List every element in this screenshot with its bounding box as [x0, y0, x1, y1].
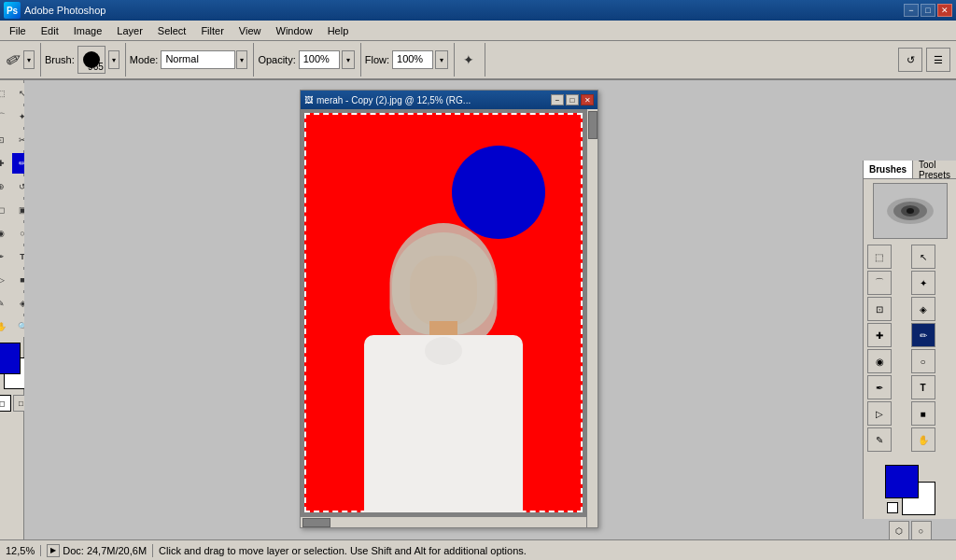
doc-titlebar: 🖼 merah - Copy (2).jpg @ 12,5% (RG... − … [301, 91, 598, 109]
menu-image[interactable]: Image [66, 23, 110, 38]
menu-view[interactable]: View [232, 23, 269, 38]
brush-size-section: Brush: 965 ▾ [45, 43, 126, 77]
maximize-button[interactable]: □ [921, 4, 935, 17]
brush-preview-visual [882, 192, 938, 230]
foreground-color[interactable] [0, 343, 21, 374]
right-fg-color[interactable] [885, 465, 919, 498]
panel-tool-pen2[interactable]: ✒ [867, 375, 892, 399]
photo-canvas[interactable] [304, 113, 583, 512]
doc-controls[interactable]: − □ ✕ [549, 94, 594, 105]
main-area: ⬚ ↖ ⌒ ✦ ⊡ ✂ ✚ ✏ ⊕ ↺ ◻ ▣ ◉ ○ ✒ T [0, 80, 956, 539]
menu-help[interactable]: Help [320, 23, 357, 38]
brush-size-value: 965 [88, 63, 104, 72]
tool-crop[interactable]: ⊡ [0, 130, 11, 150]
doc-close[interactable]: ✕ [581, 94, 594, 105]
doc-minimize[interactable]: − [551, 94, 564, 105]
brush-size-dropdown[interactable]: ▾ [108, 50, 120, 69]
right-reset-color[interactable] [887, 502, 898, 513]
right-circle-btn[interactable]: ○ [911, 521, 932, 541]
scroll-thumb-v[interactable] [588, 111, 598, 139]
mode-value[interactable]: Normal [161, 50, 235, 69]
menu-layer[interactable]: Layer [109, 23, 150, 38]
title-bar-controls[interactable]: − □ ✕ [904, 4, 952, 17]
flow-arrow[interactable]: ▾ [435, 50, 448, 69]
zoom-level: 12,5% [6, 545, 35, 556]
toolbar: ✏ ▾ Brush: 965 ▾ Mode: Normal ▾ Opacity:… [0, 41, 956, 80]
panel-tool-dodge2[interactable]: ○ [911, 349, 935, 373]
right-mode-icons: ⬡ ○ [889, 521, 932, 541]
zoom-section: 12,5% [6, 545, 41, 556]
panel-tool-marquee-rect[interactable]: ⬚· [867, 245, 892, 269]
panel-tool-grid: ⬚· ↖ ⌒ ✦ ⊡ ◈ ✚ ✏ ◉ ○ ✒ T ▷ ■ [864, 243, 956, 454]
flow-label: Flow: [365, 54, 389, 65]
panel-tool-eyedrop2[interactable]: ◈ [911, 297, 935, 321]
history-icon[interactable]: ↺ [898, 48, 922, 72]
tool-hand[interactable]: ✋ [0, 316, 11, 337]
panel-tool-shape2[interactable]: ■ [911, 401, 935, 426]
flow-value[interactable]: 100% [392, 50, 433, 69]
tool-eraser[interactable]: ◻ [0, 200, 11, 220]
menu-file[interactable]: File [2, 23, 34, 38]
collar [425, 337, 462, 365]
tab-brushes[interactable]: Brushes [864, 161, 913, 178]
toolbox: ⬚ ↖ ⌒ ✦ ⊡ ✂ ✚ ✏ ⊕ ↺ ◻ ▣ ◉ ○ ✒ T [0, 80, 24, 539]
title-bar: Ps Adobe Photoshop − □ ✕ [0, 0, 956, 21]
panel-tool-text2[interactable]: T [911, 375, 935, 399]
panel-tool-blur2[interactable]: ◉ [867, 349, 892, 373]
panel-tool-notes2[interactable]: ✎ [867, 427, 892, 452]
scrollbar-bottom[interactable] [301, 516, 586, 527]
brush-preview-svg [882, 192, 938, 230]
doc-title: merah - Copy (2).jpg @ 12,5% (RG... [316, 95, 549, 105]
message-section: Click and drag to move layer or selectio… [159, 545, 950, 556]
tool-pen[interactable]: ✒ [0, 246, 11, 267]
panel-tool-hand2[interactable]: ✋ [911, 427, 935, 452]
panel-tool-crop2[interactable]: ⊡ [867, 297, 892, 321]
menu-filter[interactable]: Filter [193, 23, 231, 38]
panel-tool-brush2[interactable]: ✏ [911, 323, 935, 347]
canvas-area: 🖼 merah - Copy (2).jpg @ 12,5% (RG... − … [24, 80, 956, 539]
right-color-boxes [885, 465, 935, 515]
close-button[interactable]: ✕ [937, 4, 952, 17]
scroll-thumb-h[interactable] [302, 518, 330, 527]
status-arrow[interactable]: ▶ [47, 544, 60, 557]
tool-heal[interactable]: ✚ [0, 153, 11, 174]
status-bar: 12,5% ▶ Doc: 24,7M/20,6M Click and drag … [0, 539, 956, 560]
tool-path[interactable]: ▷ [0, 270, 11, 290]
doc-info-section: ▶ Doc: 24,7M/20,6M [47, 544, 153, 557]
minimize-button[interactable]: − [904, 4, 919, 17]
person-layer [350, 214, 537, 512]
tool-lasso[interactable]: ⌒ [0, 106, 11, 127]
app-title: Adobe Photoshop [24, 5, 105, 16]
status-message: Click and drag to move layer or selectio… [159, 545, 527, 556]
quick-mask-btn[interactable]: ◻ [0, 395, 11, 412]
panel-tool-path2[interactable]: ▷ [867, 401, 892, 426]
right-circle-rect-btn[interactable]: ⬡ [889, 521, 909, 541]
mode-dropdown[interactable]: ▾ [236, 50, 247, 69]
panel-tool-heal2[interactable]: ✚ [867, 323, 892, 347]
panel-tool-lasso2[interactable]: ⌒ [867, 271, 892, 295]
panel-tool-move[interactable]: ↖ [911, 245, 935, 269]
opacity-value[interactable]: 100% [299, 50, 340, 69]
tool-blur[interactable]: ◉ [0, 223, 11, 244]
menu-select[interactable]: Select [150, 23, 194, 38]
opacity-arrow[interactable]: ▾ [342, 50, 355, 69]
scrollbar-right[interactable] [586, 109, 598, 527]
tab-tool-presets[interactable]: Tool Presets [913, 161, 956, 178]
tool-marquee[interactable]: ⬚ [0, 83, 11, 104]
panel-tab-row: Brushes Tool Presets Comps [864, 161, 956, 179]
brush-preview[interactable]: 965 [77, 46, 105, 74]
menu-window[interactable]: Window [269, 23, 320, 38]
tool-notes[interactable]: ✎ [0, 293, 11, 314]
tool-stamp[interactable]: ⊕ [0, 176, 11, 197]
panel-tool-wand2[interactable]: ✦ [911, 271, 935, 295]
brush-tool-section: ✏ ▾ [6, 43, 41, 77]
brush-icon[interactable]: ✏ [2, 48, 25, 72]
airbrush-icon[interactable]: ✦ [458, 49, 479, 70]
presets-icon[interactable]: ☰ [926, 48, 950, 72]
brush-label: Brush: [45, 54, 75, 65]
doc-maximize[interactable]: □ [566, 94, 579, 105]
opacity-section: Opacity: 100% ▾ [258, 43, 360, 77]
document-window: 🖼 merah - Copy (2).jpg @ 12,5% (RG... − … [300, 90, 598, 528]
menu-edit[interactable]: Edit [34, 23, 66, 38]
brush-dropdown[interactable]: ▾ [23, 50, 35, 69]
